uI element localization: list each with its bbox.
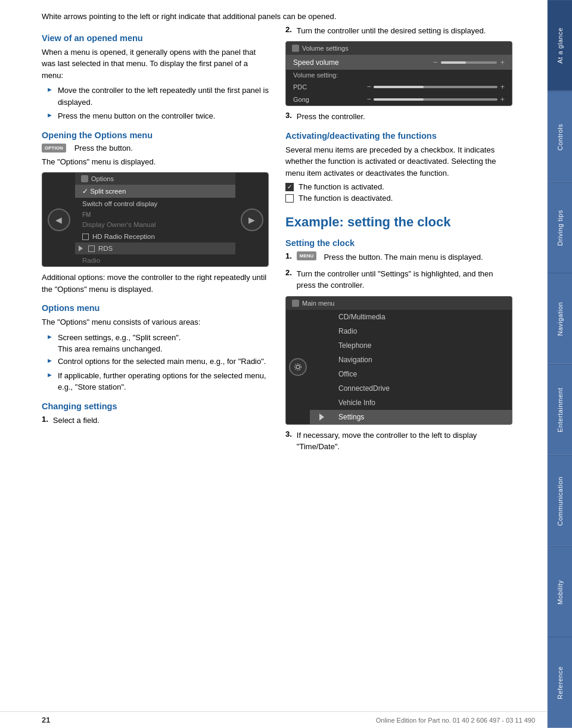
- pdc-track: [374, 86, 498, 88]
- section-options-menu-title: Options menu: [42, 303, 269, 313]
- sidebar-tab-at-a-glance[interactable]: At a glance: [548, 0, 572, 91]
- section-changing-settings-title: Changing settings: [42, 402, 269, 411]
- gong-fill: [374, 98, 423, 101]
- right-step-3: 3. Press the controller.: [285, 111, 512, 123]
- example-step-3: 3. If necessary, move the controller to …: [285, 430, 512, 453]
- options-bullet-text-3: If applicable, further operating options…: [58, 370, 269, 393]
- section-opened-menu-title: View of an opened menu: [42, 33, 269, 43]
- ex-step1-text: Press the button. The main menu is displ…: [324, 251, 483, 263]
- opt-item-display-manual: Display Owner's Manual: [75, 219, 235, 231]
- intro-text: White arrows pointing to the left or rig…: [42, 11, 512, 23]
- section-activating-title: Activating/deactivating the functions: [285, 131, 512, 141]
- options-bullet-1: ► Screen settings, e.g., "Split screen".…: [42, 332, 269, 354]
- menu-item-connecteddrive: ConnectedDrive: [310, 381, 512, 396]
- pdc-plus: +: [500, 82, 505, 91]
- main-menu-title-bar: Main menu: [286, 297, 512, 310]
- hd-radio-checkbox: [82, 234, 89, 240]
- function-deactivated: The function is deactivated.: [285, 194, 512, 203]
- sidebar-tab-navigation[interactable]: Navigation: [548, 273, 572, 364]
- gong-plus: +: [500, 95, 505, 104]
- left-arrow-icon: ◀: [55, 215, 62, 225]
- volume-title-text: Volume settings: [302, 45, 349, 52]
- sidebar-tab-reference[interactable]: Reference: [548, 637, 572, 728]
- example-step-2: 2. Turn the controller until "Settings" …: [285, 268, 512, 291]
- slider-fill: [441, 61, 467, 64]
- menu-item-telephone: Telephone: [310, 338, 512, 353]
- gong-slider: − +: [367, 95, 505, 104]
- controller-right-button: ▶: [241, 209, 263, 231]
- options-additional-text: Additional options: move the controller …: [42, 272, 269, 295]
- main-menu-screen: Main menu CD/Multimedia Radio: [285, 296, 512, 425]
- menu-item-navigation: Navigation: [310, 353, 512, 367]
- function-activated: The function is activated.: [285, 182, 512, 191]
- rds-checkbox: [88, 245, 95, 252]
- menu-item-vehicle-info: Vehicle Info: [310, 396, 512, 410]
- step2-text: Turn the controller until the desired se…: [297, 25, 486, 37]
- options-bullet-2: ► Control options for the selected main …: [42, 356, 269, 368]
- opt-checkmark: ✓: [82, 188, 90, 195]
- pdc-slider: − +: [367, 82, 505, 91]
- options-content: Options ✓ Split screen Switch off contro…: [75, 173, 235, 266]
- sidebar-tab-entertainment[interactable]: Entertainment: [548, 364, 572, 455]
- options-bullet-text-2: Control options for the selected main me…: [58, 356, 266, 368]
- options-bullet-sub-1: This area remains unchanged.: [58, 344, 181, 353]
- options-title-icon: [81, 175, 88, 182]
- bullet-arrow-2: ►: [46, 111, 53, 119]
- menu-button-image: MENU: [297, 251, 317, 260]
- pdc-minus: −: [367, 82, 372, 91]
- bottom-text: Online Edition for Part no. 01 40 2 606 …: [376, 717, 535, 724]
- menu-item-settings: Settings: [310, 410, 512, 424]
- example-title: Example: setting the clock: [285, 214, 512, 230]
- setting-clock-subtitle: Setting the clock: [285, 238, 512, 248]
- bullet-arrow-1: ►: [46, 86, 53, 93]
- step3-text: Press the controller.: [297, 111, 365, 123]
- right-sidebar: At a glance Controls Driving tips Naviga…: [547, 0, 572, 728]
- bullet-text-1: Move the controller to the left repeated…: [58, 85, 269, 108]
- sidebar-tab-controls[interactable]: Controls: [548, 91, 572, 182]
- options-bullet-3: ► If applicable, further operating optio…: [42, 370, 269, 393]
- step1-num: 1.: [42, 415, 48, 424]
- bottom-bar: 21 Online Edition for Part no. 01 40 2 6…: [0, 711, 547, 728]
- options-displayed-text: The "Options" menu is displayed.: [42, 156, 269, 168]
- options-bullet-text-1: Screen settings, e.g., "Split screen".: [58, 333, 181, 342]
- sidebar-tab-mobility[interactable]: Mobility: [548, 546, 572, 637]
- volume-settings-screen: Volume settings Speed volume − + Volume …: [285, 41, 512, 106]
- opt-section-fm: FM: [75, 210, 235, 219]
- check-empty-icon: [285, 194, 294, 203]
- deactivated-text: The function is deactivated.: [299, 194, 393, 203]
- options-screen: ◀ Options ✓ Split screen Switch off cont…: [42, 172, 269, 267]
- volume-label: Volume setting:: [286, 70, 512, 80]
- options-title-text: Options: [91, 175, 114, 182]
- slider-track: [441, 61, 498, 64]
- section-options-title: Opening the Options menu: [42, 130, 269, 140]
- step2-num: 2.: [285, 25, 292, 34]
- sidebar-tab-communication[interactable]: Communication: [548, 455, 572, 546]
- page-number: 21: [42, 715, 50, 724]
- volume-title-icon: [292, 45, 299, 52]
- sidebar-tab-driving-tips[interactable]: Driving tips: [548, 182, 572, 273]
- main-menu-title-text: Main menu: [302, 300, 334, 307]
- right-step-2: 2. Turn the controller until the desired…: [285, 25, 512, 37]
- volume-selected-item: Speed volume − +: [286, 55, 512, 70]
- options-title-bar: Options: [75, 173, 235, 185]
- opt-item-switch-off: Switch off control display: [75, 198, 235, 210]
- svg-point-0: [296, 365, 300, 369]
- option-button-image: OPTION: [42, 144, 66, 153]
- volume-row-gong: Gong − +: [286, 93, 512, 105]
- menu-item-cd: CD/Multimedia: [310, 310, 512, 324]
- bullet-item-2: ► Press the menu button on the controlle…: [42, 110, 269, 122]
- pdc-fill: [374, 86, 423, 88]
- section-options-menu-body: The "Options" menu consists of various a…: [42, 316, 269, 328]
- controller-left-button: ◀: [48, 209, 70, 231]
- step3-num: 3.: [285, 111, 292, 120]
- opt-item-split-screen: ✓ Split screen: [75, 185, 235, 198]
- section-activating-body: Several menu items are preceded by a che…: [285, 144, 512, 179]
- opt-item-radio: Radio: [75, 254, 235, 266]
- options-bullet-arrow-2: ►: [46, 357, 53, 364]
- controller-left: ◀: [42, 173, 75, 266]
- bullet-item-1: ► Move the controller to the left repeat…: [42, 85, 269, 108]
- right-arrow-icon: ▶: [248, 215, 255, 225]
- main-menu-content: CD/Multimedia Radio Telephone Navigation…: [286, 310, 512, 424]
- step1-text: Select a field.: [53, 415, 100, 427]
- plus-icon: +: [500, 58, 505, 67]
